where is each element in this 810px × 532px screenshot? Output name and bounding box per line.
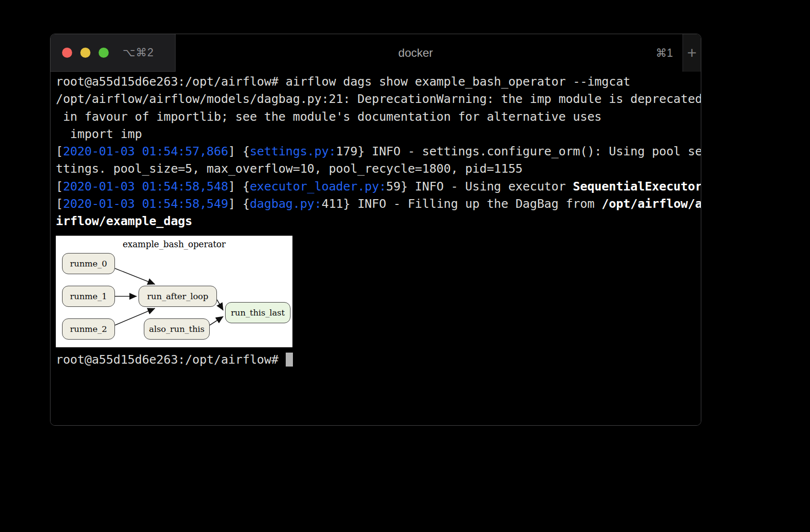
window-title: docker xyxy=(398,46,433,60)
terminal-line: /opt/airflow/airflow/models/dagbag.py:21… xyxy=(56,90,701,108)
terminal-line: [2020-01-03 01:54:58,548] {executor_load… xyxy=(56,178,701,195)
zoom-window-button[interactable] xyxy=(99,48,109,58)
dag-image: example_bash_operator runme_0runme_1runm… xyxy=(56,236,292,347)
title-area: docker xyxy=(176,34,656,72)
active-tab[interactable]: ⌥⌘2 xyxy=(51,34,176,72)
desktop-background: ⌥⌘2 docker ⌘1 + root@a55d15d6e263:/opt/a… xyxy=(0,0,810,532)
terminal-line: root@a55d15d6e263:/opt/airflow# airflow … xyxy=(56,73,701,90)
dag-node-run_after_loop: run_after_loop xyxy=(139,286,217,307)
terminal-content[interactable]: root@a55d15d6e263:/opt/airflow# airflow … xyxy=(51,72,701,426)
dag-node-run_this_last: run_this_last xyxy=(225,302,291,323)
new-tab-button[interactable]: + xyxy=(683,34,701,72)
terminal-line: import imp xyxy=(56,126,701,143)
dag-node-runme_1: runme_1 xyxy=(62,286,115,307)
terminal-output: root@a55d15d6e263:/opt/airflow# airflow … xyxy=(56,73,701,230)
terminal-line: [2020-01-03 01:54:57,866] {settings.py:1… xyxy=(56,143,701,160)
close-window-button[interactable] xyxy=(62,48,72,58)
prompt-line: root@a55d15d6e263:/opt/airflow# xyxy=(56,351,701,368)
terminal-line: ttings. pool_size=5, max_overflow=10, po… xyxy=(56,160,701,177)
minimize-window-button[interactable] xyxy=(80,48,90,58)
shell-prompt: root@a55d15d6e263:/opt/airflow# xyxy=(56,353,286,367)
terminal-line: in favour of importlib; see the module's… xyxy=(56,108,701,126)
terminal-window: ⌥⌘2 docker ⌘1 + root@a55d15d6e263:/opt/a… xyxy=(50,34,701,426)
terminal-line: irflow/example_dags xyxy=(56,213,701,230)
window-shortcut-label: ⌘1 xyxy=(656,47,683,60)
dag-node-runme_2: runme_2 xyxy=(62,318,115,340)
plus-icon: + xyxy=(687,44,697,61)
terminal-cursor xyxy=(286,353,293,367)
dag-node-also_run_this: also_run_this xyxy=(144,318,210,340)
dag-node-runme_0: runme_0 xyxy=(62,253,115,274)
terminal-line: [2020-01-03 01:54:58,549] {dagbag.py:411… xyxy=(56,195,701,213)
tab-shortcut-label: ⌥⌘2 xyxy=(123,46,154,59)
titlebar: ⌥⌘2 docker ⌘1 + xyxy=(51,34,701,72)
